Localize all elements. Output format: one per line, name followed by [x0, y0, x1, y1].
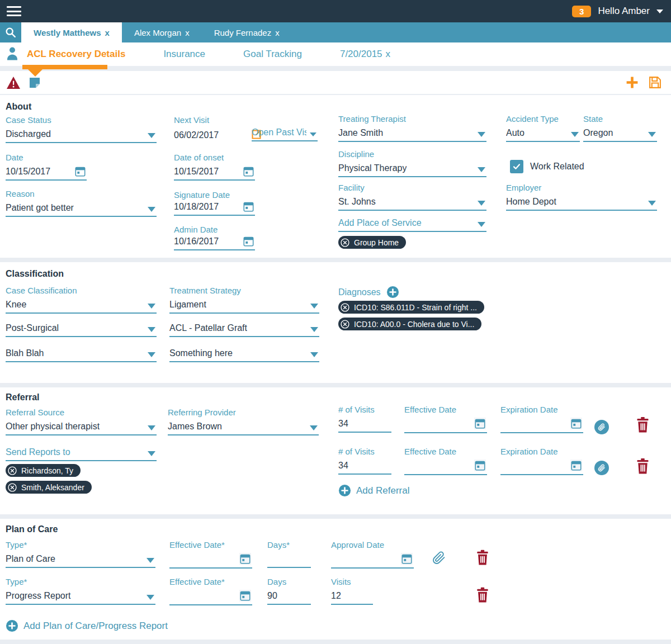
attachment-button[interactable] [594, 461, 609, 477]
calendar-icon[interactable] [571, 460, 582, 471]
visits-label: # of Visits [338, 447, 391, 456]
add-diagnosis-icon[interactable] [386, 286, 399, 299]
classification-tertiary-select[interactable]: Blah Blah [6, 346, 157, 362]
tab-close-button[interactable]: x [105, 28, 110, 37]
signature-date-input[interactable]: 10/18/2017 [174, 200, 255, 216]
tab-goal-tracking[interactable]: Goal Tracking [243, 49, 302, 60]
calendar-icon[interactable] [240, 553, 251, 564]
remove-chip-icon[interactable] [7, 466, 17, 476]
tab-label: Goal Tracking [243, 49, 302, 60]
patient-tab-westly-matthews[interactable]: Westly Matthews x [21, 22, 122, 42]
date-input[interactable]: 10/15/2017 [6, 164, 87, 181]
expiration-date-input[interactable] [500, 458, 583, 475]
poc-type-select[interactable]: Progress Report [6, 589, 155, 605]
hamburger-menu-icon[interactable] [7, 6, 21, 16]
employer-select[interactable]: Home Depot [506, 195, 657, 211]
discipline-select[interactable]: Physical Therapy [338, 161, 486, 177]
note-icon[interactable] [29, 77, 40, 88]
poc-days-label: Days [267, 577, 311, 586]
patient-tab-rudy-fernadez[interactable]: Rudy Fernadez x [202, 22, 292, 42]
admin-date-input[interactable]: 10/16/2017 [174, 234, 255, 250]
effective-date-input[interactable] [404, 458, 487, 475]
visits-input[interactable]: 34 [338, 416, 391, 433]
tab-close-button[interactable]: x [275, 28, 280, 37]
tab-label: ACL Recovery Details [27, 49, 125, 60]
add-icon[interactable] [625, 75, 639, 89]
case-classification-select[interactable]: Knee [6, 297, 157, 314]
footer-band [0, 640, 671, 644]
delete-referral-icon[interactable] [635, 458, 650, 476]
save-icon[interactable] [648, 75, 662, 89]
calendar-icon[interactable] [475, 418, 485, 429]
tab-visit-date[interactable]: 7/20/2015 x [340, 49, 390, 60]
chip-label: Richardson, Ty [21, 466, 73, 475]
user-menu-chevron-down-icon[interactable] [656, 10, 663, 13]
delete-plan-icon[interactable] [475, 587, 490, 605]
state-select[interactable]: Oregon [583, 126, 657, 142]
add-referral-button[interactable]: Add Referral [338, 484, 409, 497]
open-past-visit-dropdown[interactable]: Open Past Visit [252, 126, 318, 141]
facility-select[interactable]: St. Johns [338, 195, 486, 211]
classification-secondary-select[interactable]: Post-Surgical [6, 321, 157, 337]
calendar-icon[interactable] [243, 201, 254, 212]
user-greeting[interactable]: Hello Amber [598, 6, 650, 17]
visits-label: # of Visits [338, 405, 391, 414]
tab-close-button[interactable]: x [386, 49, 391, 60]
chevron-down-icon [147, 558, 154, 563]
signature-date-field: Signature Date 10/18/2017 [174, 190, 255, 216]
date-of-onset-input[interactable]: 10/15/2017 [174, 164, 255, 181]
calendar-icon[interactable] [75, 166, 86, 177]
attachment-button[interactable] [594, 420, 609, 437]
poc-days-input[interactable] [267, 552, 311, 568]
reason-select[interactable]: Patient got better [6, 201, 157, 217]
alert-warning-icon[interactable] [7, 77, 20, 89]
effective-date-input[interactable] [404, 416, 487, 433]
remove-chip-icon[interactable] [340, 319, 350, 329]
notification-badge[interactable]: 3 [572, 6, 591, 17]
chevron-down-icon [310, 352, 318, 357]
poc-days-input[interactable]: 90 [267, 589, 311, 605]
facility-label: Facility [338, 183, 486, 192]
discipline-field: Discipline Physical Therapy [338, 149, 486, 177]
tab-close-button[interactable]: x [185, 28, 190, 37]
diagnosis-chip: ICD10: S86.011D - Strain of right ... [338, 301, 484, 314]
calendar-icon[interactable] [475, 460, 485, 471]
calendar-icon[interactable] [243, 166, 254, 177]
patient-tab-alex-morgan[interactable]: Alex Morgan x [122, 22, 202, 42]
work-related-checkbox[interactable] [510, 160, 523, 173]
add-place-of-service-dropdown[interactable]: Add Place of Service [338, 216, 486, 232]
remove-chip-icon[interactable] [7, 482, 17, 493]
attachment-icon[interactable] [432, 551, 446, 567]
send-reports-to-dropdown[interactable]: Send Reports to [6, 445, 157, 461]
strategy-secondary-select[interactable]: ACL - Patellar Graft [169, 321, 319, 337]
case-status-select[interactable]: Discharged [6, 127, 157, 143]
accident-type-select[interactable]: Auto [506, 126, 580, 142]
calendar-icon[interactable] [401, 553, 412, 564]
calendar-icon[interactable] [243, 236, 254, 247]
calendar-icon[interactable] [240, 590, 251, 601]
poc-days-label: Days* [267, 540, 311, 550]
treating-therapist-select[interactable]: Jane Smith [338, 126, 486, 142]
add-plan-of-care-button[interactable]: Add Plan of Care/Progress Report [6, 619, 168, 632]
tab-acl-recovery-details[interactable]: ACL Recovery Details [27, 49, 125, 60]
delete-plan-icon[interactable] [475, 550, 490, 567]
strategy-tertiary-select[interactable]: Something here [169, 346, 319, 362]
poc-effective-date-label: Effective Date* [169, 540, 252, 550]
referral-source-select[interactable]: Other physical therapist [6, 419, 157, 435]
poc-type-select[interactable]: Plan of Care [6, 552, 155, 568]
treatment-strategy-select[interactable]: Ligament [169, 297, 319, 314]
remove-chip-icon[interactable] [340, 302, 350, 312]
calendar-icon[interactable] [571, 418, 582, 429]
delete-referral-icon[interactable] [635, 416, 650, 435]
poc-effective-date-input[interactable] [169, 552, 252, 569]
visits-input[interactable]: 34 [338, 458, 391, 475]
remove-chip-icon[interactable] [340, 238, 350, 248]
tab-insurance[interactable]: Insurance [163, 49, 205, 60]
poc-approval-date-input[interactable] [331, 552, 414, 569]
date-label: Date [6, 153, 87, 162]
poc-effective-date-input[interactable] [169, 589, 252, 605]
poc-visits-input[interactable]: 12 [331, 589, 373, 605]
search-button[interactable] [0, 22, 21, 42]
referring-provider-select[interactable]: James Brown [168, 419, 319, 435]
expiration-date-input[interactable] [500, 416, 583, 433]
